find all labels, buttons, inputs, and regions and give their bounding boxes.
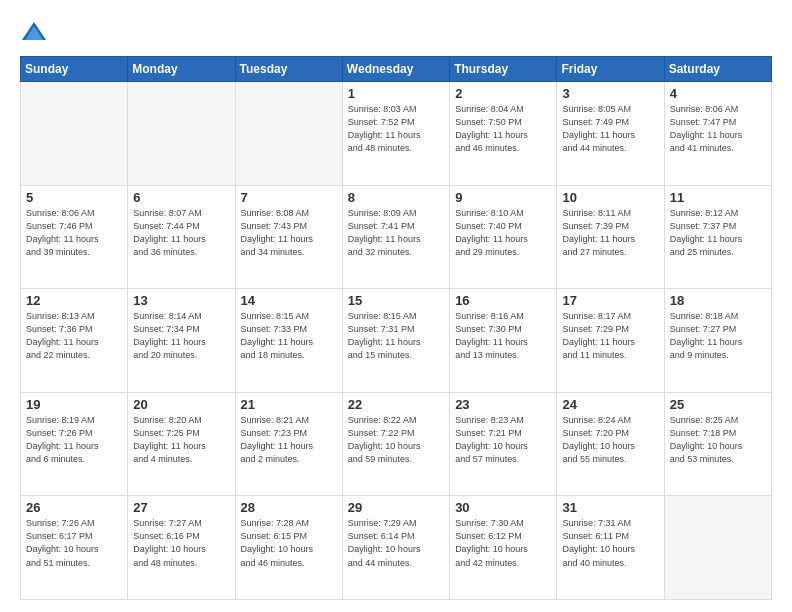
calendar-cell: 6Sunrise: 8:07 AM Sunset: 7:44 PM Daylig… [128, 185, 235, 289]
day-number: 30 [455, 500, 551, 515]
day-info: Sunrise: 8:16 AM Sunset: 7:30 PM Dayligh… [455, 310, 551, 362]
calendar-cell: 2Sunrise: 8:04 AM Sunset: 7:50 PM Daylig… [450, 82, 557, 186]
calendar-week-2: 12Sunrise: 8:13 AM Sunset: 7:36 PM Dayli… [21, 289, 772, 393]
day-info: Sunrise: 8:06 AM Sunset: 7:47 PM Dayligh… [670, 103, 766, 155]
calendar-cell: 21Sunrise: 8:21 AM Sunset: 7:23 PM Dayli… [235, 392, 342, 496]
day-info: Sunrise: 7:30 AM Sunset: 6:12 PM Dayligh… [455, 517, 551, 569]
day-number: 13 [133, 293, 229, 308]
day-info: Sunrise: 8:04 AM Sunset: 7:50 PM Dayligh… [455, 103, 551, 155]
day-info: Sunrise: 8:24 AM Sunset: 7:20 PM Dayligh… [562, 414, 658, 466]
calendar-cell [21, 82, 128, 186]
calendar-cell: 29Sunrise: 7:29 AM Sunset: 6:14 PM Dayli… [342, 496, 449, 600]
calendar-cell: 20Sunrise: 8:20 AM Sunset: 7:25 PM Dayli… [128, 392, 235, 496]
weekday-header-row: SundayMondayTuesdayWednesdayThursdayFrid… [21, 57, 772, 82]
day-info: Sunrise: 8:06 AM Sunset: 7:46 PM Dayligh… [26, 207, 122, 259]
calendar-cell [128, 82, 235, 186]
calendar-cell: 12Sunrise: 8:13 AM Sunset: 7:36 PM Dayli… [21, 289, 128, 393]
day-info: Sunrise: 7:29 AM Sunset: 6:14 PM Dayligh… [348, 517, 444, 569]
calendar-cell: 11Sunrise: 8:12 AM Sunset: 7:37 PM Dayli… [664, 185, 771, 289]
calendar: SundayMondayTuesdayWednesdayThursdayFrid… [20, 56, 772, 600]
calendar-cell: 7Sunrise: 8:08 AM Sunset: 7:43 PM Daylig… [235, 185, 342, 289]
calendar-cell: 9Sunrise: 8:10 AM Sunset: 7:40 PM Daylig… [450, 185, 557, 289]
day-info: Sunrise: 8:25 AM Sunset: 7:18 PM Dayligh… [670, 414, 766, 466]
day-number: 5 [26, 190, 122, 205]
day-info: Sunrise: 8:17 AM Sunset: 7:29 PM Dayligh… [562, 310, 658, 362]
day-number: 19 [26, 397, 122, 412]
calendar-week-3: 19Sunrise: 8:19 AM Sunset: 7:26 PM Dayli… [21, 392, 772, 496]
day-number: 27 [133, 500, 229, 515]
weekday-header-friday: Friday [557, 57, 664, 82]
day-number: 25 [670, 397, 766, 412]
calendar-cell: 28Sunrise: 7:28 AM Sunset: 6:15 PM Dayli… [235, 496, 342, 600]
calendar-cell: 25Sunrise: 8:25 AM Sunset: 7:18 PM Dayli… [664, 392, 771, 496]
day-info: Sunrise: 8:21 AM Sunset: 7:23 PM Dayligh… [241, 414, 337, 466]
weekday-header-tuesday: Tuesday [235, 57, 342, 82]
day-number: 3 [562, 86, 658, 101]
day-info: Sunrise: 8:13 AM Sunset: 7:36 PM Dayligh… [26, 310, 122, 362]
weekday-header-saturday: Saturday [664, 57, 771, 82]
day-info: Sunrise: 8:09 AM Sunset: 7:41 PM Dayligh… [348, 207, 444, 259]
calendar-cell: 27Sunrise: 7:27 AM Sunset: 6:16 PM Dayli… [128, 496, 235, 600]
day-number: 12 [26, 293, 122, 308]
header [20, 18, 772, 46]
calendar-cell: 5Sunrise: 8:06 AM Sunset: 7:46 PM Daylig… [21, 185, 128, 289]
day-info: Sunrise: 7:26 AM Sunset: 6:17 PM Dayligh… [26, 517, 122, 569]
day-info: Sunrise: 8:22 AM Sunset: 7:22 PM Dayligh… [348, 414, 444, 466]
day-number: 7 [241, 190, 337, 205]
calendar-cell: 23Sunrise: 8:23 AM Sunset: 7:21 PM Dayli… [450, 392, 557, 496]
day-number: 28 [241, 500, 337, 515]
day-number: 11 [670, 190, 766, 205]
calendar-cell: 31Sunrise: 7:31 AM Sunset: 6:11 PM Dayli… [557, 496, 664, 600]
day-number: 29 [348, 500, 444, 515]
day-info: Sunrise: 8:03 AM Sunset: 7:52 PM Dayligh… [348, 103, 444, 155]
calendar-cell: 24Sunrise: 8:24 AM Sunset: 7:20 PM Dayli… [557, 392, 664, 496]
calendar-cell: 22Sunrise: 8:22 AM Sunset: 7:22 PM Dayli… [342, 392, 449, 496]
day-number: 14 [241, 293, 337, 308]
day-number: 8 [348, 190, 444, 205]
weekday-header-monday: Monday [128, 57, 235, 82]
day-number: 21 [241, 397, 337, 412]
calendar-week-0: 1Sunrise: 8:03 AM Sunset: 7:52 PM Daylig… [21, 82, 772, 186]
calendar-cell: 1Sunrise: 8:03 AM Sunset: 7:52 PM Daylig… [342, 82, 449, 186]
day-info: Sunrise: 7:28 AM Sunset: 6:15 PM Dayligh… [241, 517, 337, 569]
day-number: 24 [562, 397, 658, 412]
weekday-header-thursday: Thursday [450, 57, 557, 82]
weekday-header-sunday: Sunday [21, 57, 128, 82]
calendar-cell: 26Sunrise: 7:26 AM Sunset: 6:17 PM Dayli… [21, 496, 128, 600]
calendar-cell: 30Sunrise: 7:30 AM Sunset: 6:12 PM Dayli… [450, 496, 557, 600]
calendar-cell [664, 496, 771, 600]
day-number: 1 [348, 86, 444, 101]
day-number: 2 [455, 86, 551, 101]
calendar-cell: 8Sunrise: 8:09 AM Sunset: 7:41 PM Daylig… [342, 185, 449, 289]
day-info: Sunrise: 8:11 AM Sunset: 7:39 PM Dayligh… [562, 207, 658, 259]
day-info: Sunrise: 8:18 AM Sunset: 7:27 PM Dayligh… [670, 310, 766, 362]
day-info: Sunrise: 8:23 AM Sunset: 7:21 PM Dayligh… [455, 414, 551, 466]
day-number: 31 [562, 500, 658, 515]
day-number: 4 [670, 86, 766, 101]
calendar-cell: 13Sunrise: 8:14 AM Sunset: 7:34 PM Dayli… [128, 289, 235, 393]
calendar-cell: 10Sunrise: 8:11 AM Sunset: 7:39 PM Dayli… [557, 185, 664, 289]
day-info: Sunrise: 8:20 AM Sunset: 7:25 PM Dayligh… [133, 414, 229, 466]
day-info: Sunrise: 8:07 AM Sunset: 7:44 PM Dayligh… [133, 207, 229, 259]
calendar-cell [235, 82, 342, 186]
day-number: 17 [562, 293, 658, 308]
day-number: 9 [455, 190, 551, 205]
day-info: Sunrise: 8:08 AM Sunset: 7:43 PM Dayligh… [241, 207, 337, 259]
calendar-cell: 14Sunrise: 8:15 AM Sunset: 7:33 PM Dayli… [235, 289, 342, 393]
day-info: Sunrise: 8:10 AM Sunset: 7:40 PM Dayligh… [455, 207, 551, 259]
calendar-cell: 15Sunrise: 8:15 AM Sunset: 7:31 PM Dayli… [342, 289, 449, 393]
day-info: Sunrise: 8:15 AM Sunset: 7:33 PM Dayligh… [241, 310, 337, 362]
day-number: 18 [670, 293, 766, 308]
calendar-cell: 19Sunrise: 8:19 AM Sunset: 7:26 PM Dayli… [21, 392, 128, 496]
day-info: Sunrise: 7:27 AM Sunset: 6:16 PM Dayligh… [133, 517, 229, 569]
logo [20, 18, 52, 46]
page: SundayMondayTuesdayWednesdayThursdayFrid… [0, 0, 792, 612]
day-number: 20 [133, 397, 229, 412]
logo-icon [20, 18, 48, 46]
day-info: Sunrise: 8:19 AM Sunset: 7:26 PM Dayligh… [26, 414, 122, 466]
day-number: 26 [26, 500, 122, 515]
day-number: 6 [133, 190, 229, 205]
calendar-cell: 3Sunrise: 8:05 AM Sunset: 7:49 PM Daylig… [557, 82, 664, 186]
calendar-cell: 16Sunrise: 8:16 AM Sunset: 7:30 PM Dayli… [450, 289, 557, 393]
calendar-week-4: 26Sunrise: 7:26 AM Sunset: 6:17 PM Dayli… [21, 496, 772, 600]
